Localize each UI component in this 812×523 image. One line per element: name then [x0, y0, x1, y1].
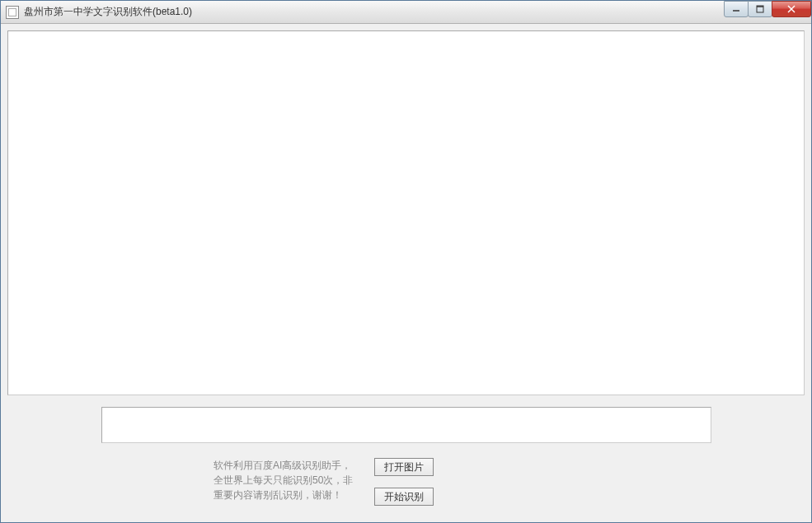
minimize-button[interactable] — [724, 1, 749, 17]
client-area: 软件利用百度AI高级识别助手，全世界上每天只能识别50次，非重要内容请别乱识别，… — [1, 24, 811, 522]
titlebar[interactable]: 盘州市第一中学文字识别软件(beta1.0) — [1, 1, 811, 24]
image-display-area — [7, 30, 805, 395]
app-window: 盘州市第一中学文字识别软件(beta1.0) — [0, 0, 812, 523]
button-column: 打开图片 开始识别 — [374, 458, 434, 506]
open-image-button[interactable]: 打开图片 — [374, 458, 434, 476]
close-button[interactable] — [772, 1, 811, 17]
maximize-button[interactable] — [748, 1, 772, 17]
app-icon — [6, 6, 19, 19]
start-recognition-button[interactable]: 开始识别 — [374, 488, 434, 506]
close-icon — [787, 5, 796, 13]
window-title: 盘州市第一中学文字识别软件(beta1.0) — [24, 5, 192, 19]
info-label: 软件利用百度AI高级识别助手，全世界上每天只能识别50次，非重要内容请别乱识别，… — [214, 458, 358, 502]
minimize-icon — [732, 5, 740, 13]
text-output-field[interactable] — [101, 407, 711, 443]
window-controls — [725, 1, 811, 17]
bottom-controls: 软件利用百度AI高级识别助手，全世界上每天只能识别50次，非重要内容请别乱识别，… — [7, 458, 805, 516]
maximize-icon — [756, 5, 764, 13]
